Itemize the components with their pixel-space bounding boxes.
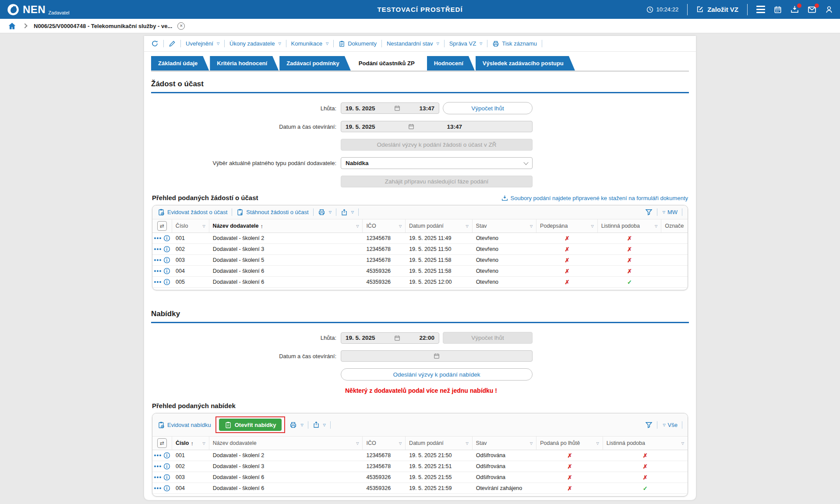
tab-podani-ucastniku[interactable]: Podání účastníků ZP [352,56,426,70]
filter-icon[interactable] [645,208,653,216]
otevirani-datetime-field[interactable]: 19. 5. 2025 13:47 [341,121,533,132]
typ-podani-select[interactable]: Nabídka [341,157,533,169]
col-datum[interactable]: Datum podání▽ [406,219,473,233]
print-table-button[interactable]: ▽ [318,208,332,216]
filter-chevron-icon[interactable]: ▽ [466,441,468,445]
table-row[interactable]: 004 Dodavatel - školení 6 45359326 19. 5… [152,266,688,277]
filter-chevron-icon[interactable]: ▽ [202,441,205,445]
view-selector[interactable]: ▽ MW [662,209,678,215]
row-menu-icon[interactable] [154,237,161,239]
home-icon[interactable] [8,22,16,30]
evidovat-nabidku-button[interactable]: Evidovat nabídku [158,421,211,429]
vypocet-lhut-button-disabled[interactable]: Výpočet lhůt [443,332,533,344]
col-podepsana[interactable]: Podepsána▽ [536,219,598,233]
filter-chevron-icon[interactable]: ▽ [681,441,684,445]
table-row[interactable]: 005 Dodavatel - školení 6 45359326 19. 5… [152,277,688,288]
info-icon[interactable] [163,278,170,285]
row-menu-icon[interactable] [154,455,161,456]
info-icon[interactable] [163,463,170,470]
col-nazev[interactable]: Název dodavatele▽ [209,437,363,450]
col-cislo[interactable]: Číslo▽ [172,219,209,233]
row-menu-icon[interactable] [154,487,161,489]
info-icon[interactable] [163,452,170,459]
filter-chevron-icon[interactable]: ▽ [596,441,599,445]
breadcrumb-item[interactable]: N006/25/V00004748 - Telekomunikační služ… [34,23,172,29]
menu-komunikace[interactable]: Komunikace▽ [291,40,329,47]
refresh-icon[interactable] [151,40,159,47]
tab-hodnoceni[interactable]: Hodnocení [427,56,475,70]
export-table-button[interactable]: ▽ [313,421,326,428]
menu-uverejneni[interactable]: Uveřejnění▽ [186,40,219,47]
downloads-tray-icon[interactable] [791,5,799,14]
filter-chevron-icon[interactable]: ▽ [591,224,593,228]
col-stav[interactable]: Stav▽ [473,437,537,450]
info-icon[interactable] [163,246,170,253]
menu-dokumenty[interactable]: Dokumenty [339,40,377,47]
tab-kriteria-hodnoceni[interactable]: Kritéria hodnocení [210,56,279,70]
table-row[interactable]: 003 Dodavatel - školení 6 45359326 19. 5… [152,472,688,483]
column-settings-icon[interactable]: ⇄ [157,221,167,231]
col-cislo[interactable]: Číslo↑▽ [172,437,209,450]
info-icon[interactable] [163,268,170,275]
info-icon[interactable] [163,235,170,242]
menu-ukony-zadavatele[interactable]: Úkony zadavatele▽ [229,40,281,47]
evidovat-zadost-button[interactable]: Evidovat žádost o účast [158,208,227,216]
table-row[interactable]: 002 Dodavatel - školení 3 12345678 19. 5… [152,244,688,255]
table-row[interactable]: 001 Dodavatel - školení 2 12345678 19. 5… [152,233,688,244]
row-menu-icon[interactable] [154,259,161,261]
filter-chevron-icon[interactable]: ▽ [530,441,533,445]
nabidky-otevirani-field[interactable] [341,350,533,362]
info-icon[interactable] [163,257,170,264]
menu-nestandardni-stav[interactable]: Nestandardní stav▽ [387,40,439,47]
tab-vysledek[interactable]: Výsledek zadávacího postupu [476,56,575,70]
col-datum[interactable]: Datum podání▽ [406,437,473,450]
col-listinna[interactable]: Listinná podoba▽ [598,219,662,233]
calendar-icon[interactable] [394,105,400,111]
tab-zakladni-udaje[interactable]: Základní údaje [151,56,209,70]
menu-tisk-zaznamu[interactable]: Tisk záznamu [492,40,537,47]
filter-chevron-icon[interactable]: ▽ [202,224,205,228]
filter-chevron-icon[interactable]: ▽ [655,224,657,228]
filter-chevron-icon[interactable]: ▽ [399,224,402,228]
col-podana-po-lhute[interactable]: Podaná po lhůtě▽ [536,437,603,450]
calendar-icon[interactable] [394,335,400,341]
column-settings-icon[interactable]: ⇄ [157,438,167,448]
table-row[interactable]: 001 Dodavatel - školení 2 12345678 19. 5… [152,450,688,461]
menu-icon[interactable] [756,6,765,13]
calendar-icon[interactable] [408,123,414,130]
col-oznaceni[interactable]: Označení [661,219,688,233]
col-ico[interactable]: IČO▽ [363,219,406,233]
filter-chevron-icon[interactable]: ▽ [466,224,468,228]
row-menu-icon[interactable] [154,281,161,283]
print-table-button[interactable]: ▽ [289,421,303,429]
filter-chevron-icon[interactable]: ▽ [356,224,359,228]
info-icon[interactable] [163,485,170,492]
row-menu-icon[interactable] [154,465,161,467]
zahajit-fazi-button[interactable]: Zahájit přípravu následující fáze podání [341,176,533,187]
vypocet-lhut-button[interactable]: Výpočet lhůt [443,102,533,114]
create-vz-button[interactable]: Založit VZ [696,6,738,13]
otevrit-nabidky-button[interactable]: Otevřít nabídky [219,419,282,431]
calendar-icon[interactable] [774,6,782,14]
col-ico[interactable]: IČO▽ [363,437,406,450]
filter-icon[interactable] [645,421,653,429]
odeslani-vyzvy-button[interactable]: Odeslání výzvy k podání žádosti o účast … [341,139,533,151]
lhuta-datetime-field[interactable]: 19. 5. 2025 13:47 [341,102,439,114]
soubory-podani-link[interactable]: Soubory podání najdete připravené ke sta… [501,195,688,201]
filter-chevron-icon[interactable]: ▽ [530,224,533,228]
menu-sprava-vz[interactable]: Správa VZ▽ [449,40,483,47]
col-stav[interactable]: Stav▽ [473,219,537,233]
tab-zadavaci-podminky[interactable]: Zadávací podmínky [279,56,351,70]
table-row[interactable]: 004 Dodavatel - školení 6 45359326 19. 5… [152,483,688,494]
view-selector[interactable]: ▽ Vše [662,422,678,428]
nabidky-lhuta-field[interactable]: 19. 5. 2025 22:00 [341,332,439,344]
row-menu-icon[interactable] [154,476,161,478]
stahnout-zadosti-button[interactable]: Stáhnout žádosti o účast [236,208,308,216]
filter-chevron-icon[interactable]: ▽ [399,441,402,445]
col-listinna[interactable]: Listinná podoba▽ [603,437,688,450]
info-icon[interactable] [163,474,170,481]
filter-chevron-icon[interactable]: ▽ [356,441,359,445]
nen-logo[interactable]: NEN Zadavatel [7,4,69,16]
table-row[interactable]: 003 Dodavatel - školení 5 12345678 19. 5… [152,255,688,266]
close-tab-icon[interactable]: × [177,22,185,30]
